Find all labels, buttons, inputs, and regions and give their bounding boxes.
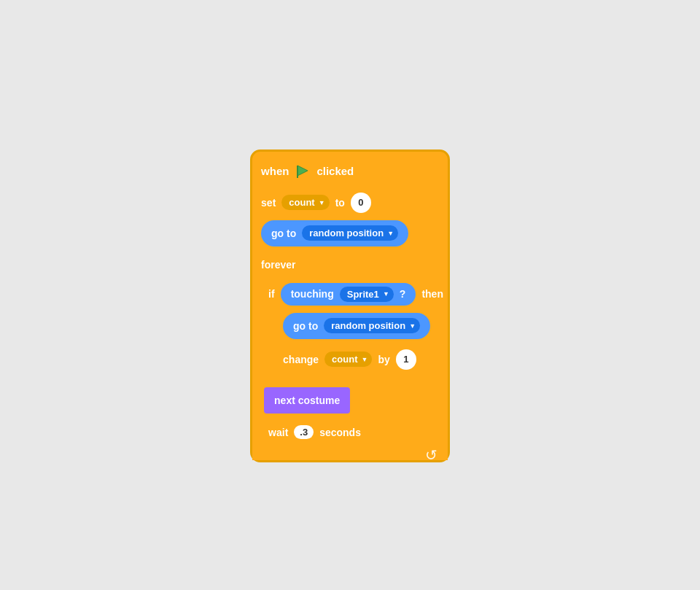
goto1-destination[interactable]: random position (302, 225, 398, 241)
if-cap (264, 376, 448, 383)
count-dropdown-set[interactable]: count (281, 195, 329, 210)
hat-block[interactable]: when clicked (252, 152, 448, 188)
set-block[interactable]: set count to 0 (252, 188, 448, 217)
svg-marker-0 (298, 166, 308, 176)
set-value[interactable]: 0 (351, 193, 371, 213)
next-costume-block[interactable]: next costume (264, 387, 350, 414)
wait-label: wait (268, 427, 288, 438)
when-label: when (261, 165, 289, 177)
goto1-block[interactable]: go to random position (252, 217, 448, 249)
then-label: then (421, 288, 443, 300)
count-dropdown-change[interactable]: count (324, 352, 372, 367)
next-costume-label: next costume (274, 395, 340, 406)
sprite1-dropdown[interactable]: Sprite1 (340, 287, 394, 302)
if-block[interactable]: if touching Sprite1 ? then go to random (264, 280, 448, 383)
goto2-inner[interactable]: go to random position (283, 313, 430, 339)
forever-label: forever (261, 259, 295, 271)
set-label: set (261, 197, 276, 209)
change-value[interactable]: 1 (396, 349, 416, 370)
forever-body: if touching Sprite1 ? then go to random (264, 279, 448, 450)
seconds-label: seconds (319, 427, 361, 438)
clicked-label: clicked (316, 165, 354, 177)
change-block[interactable]: change count by 1 (279, 345, 448, 374)
goto2-block[interactable]: go to random position (279, 310, 448, 342)
if-body: go to random position change count by 1 (279, 308, 448, 376)
goto1-inner[interactable]: go to random position (261, 220, 408, 247)
forever-arrow-icon: ↺ (425, 446, 438, 464)
goto2-label: go to (293, 320, 318, 332)
green-flag-icon (295, 163, 311, 179)
question-mark: ? (400, 288, 406, 300)
touching-condition[interactable]: touching Sprite1 ? (281, 283, 416, 306)
goto2-destination[interactable]: random position (324, 318, 420, 333)
wait-value[interactable]: .3 (294, 425, 314, 439)
to-label: to (335, 197, 345, 209)
if-label: if (268, 288, 275, 300)
goto1-label: go to (271, 228, 296, 239)
touching-label: touching (291, 288, 334, 300)
scratch-program: when clicked set count to 0 go to random… (250, 150, 450, 463)
wait-block[interactable]: wait .3 seconds (264, 418, 448, 447)
change-label: change (283, 354, 319, 365)
outer-container: when clicked set count to 0 go to random… (250, 150, 450, 462)
forever-bottom-cap: ↺ (252, 450, 448, 460)
if-row[interactable]: if touching Sprite1 ? then (264, 280, 448, 308)
forever-label-block[interactable]: forever (252, 249, 448, 279)
by-label: by (378, 354, 389, 365)
next-costume-row: next costume (264, 386, 448, 415)
